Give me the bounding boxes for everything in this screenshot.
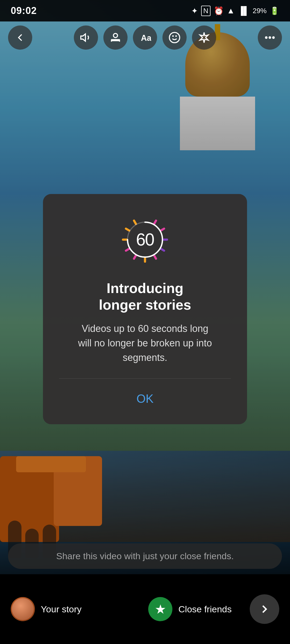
status-time: 09:02 (11, 5, 37, 16)
close-friends-label: Close friends (178, 604, 231, 614)
svg-line-17 (154, 255, 156, 259)
dialog-divider (59, 378, 231, 379)
more-button[interactable] (258, 25, 282, 50)
wifi-icon: ▲ (227, 6, 235, 15)
ok-button[interactable]: OK (120, 387, 170, 411)
svg-line-16 (161, 249, 164, 251)
dialog-description: Videos up to 60 seconds long will no lon… (78, 321, 212, 365)
effects-button[interactable] (192, 25, 216, 50)
battery-icon: 🔋 (270, 6, 279, 15)
nfc-icon: N (201, 6, 211, 16)
svg-line-20 (126, 249, 129, 251)
audio-button[interactable] (74, 25, 98, 50)
close-friends-item[interactable]: ★ Close friends (130, 597, 250, 621)
sticker-button[interactable] (162, 25, 187, 50)
svg-point-1 (113, 34, 117, 38)
bottom-bar: Your story ★ Close friends (0, 574, 290, 644)
slack-icon: ✦ (191, 6, 198, 16)
svg-line-11 (126, 229, 129, 230)
svg-point-8 (269, 37, 271, 38)
svg-line-10 (134, 221, 136, 224)
toolbar-center-buttons: Aa (74, 25, 216, 50)
svg-point-4 (169, 32, 180, 43)
svg-point-9 (273, 37, 274, 38)
svg-line-19 (134, 255, 136, 259)
dialog-title: Introducing longer stories (99, 280, 191, 313)
next-button[interactable] (250, 594, 279, 624)
svg-line-14 (161, 229, 164, 230)
battery-level: 29% (253, 7, 267, 15)
your-story-label: Your story (41, 604, 82, 614)
your-story-item[interactable]: Your story (11, 597, 130, 621)
svg-point-7 (266, 37, 267, 38)
close-friends-star-icon: ★ (155, 602, 166, 617)
text-button[interactable]: Aa (133, 25, 157, 50)
status-bar: 09:02 ✦ N ⏰ ▲ ▐▌ 29% 🔋 (0, 0, 290, 21)
dialog: 60 Introducing longer stories Videos up … (43, 194, 247, 424)
svg-text:Aa: Aa (141, 33, 151, 42)
svg-line-13 (154, 221, 156, 224)
mention-button[interactable] (103, 25, 128, 50)
timer-number: 60 (136, 230, 154, 250)
toolbar: Aa (0, 21, 290, 54)
status-icons: ✦ N ⏰ ▲ ▐▌ 29% 🔋 (191, 6, 279, 16)
svg-marker-0 (81, 34, 85, 41)
your-story-avatar (11, 597, 35, 621)
timer-container: 60 (118, 213, 172, 266)
alarm-icon: ⏰ (214, 6, 224, 16)
back-button[interactable] (8, 25, 32, 50)
signal-icon: ▐▌ (238, 6, 249, 15)
close-friends-avatar: ★ (148, 597, 172, 621)
